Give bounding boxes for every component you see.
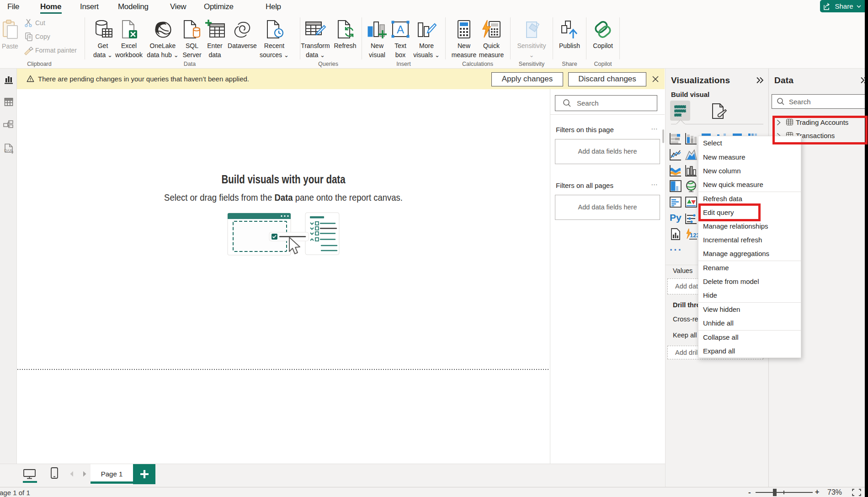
svg-text:DAX: DAX xyxy=(4,148,12,153)
svg-text:A: A xyxy=(397,23,404,36)
svg-text:123: 123 xyxy=(690,232,698,239)
